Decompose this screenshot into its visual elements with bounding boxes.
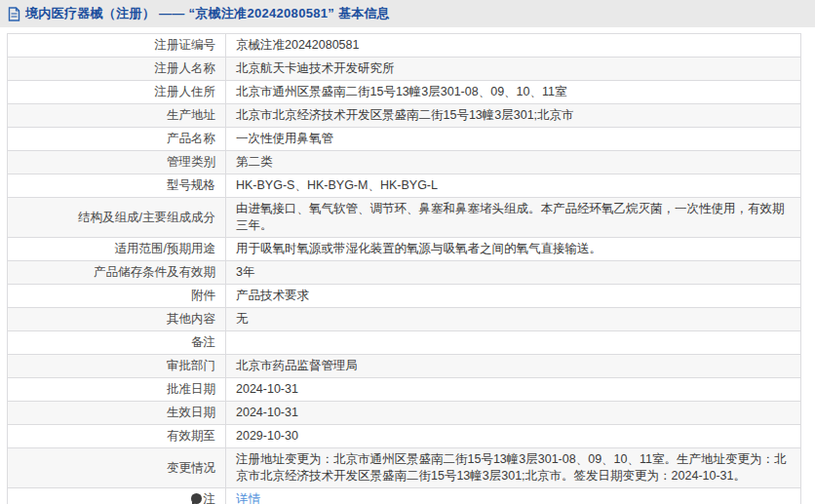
table-row: 型号规格HK-BYG-S、HK-BYG-M、HK-BYG-L	[8, 174, 801, 198]
row-label-text: 产品储存条件及有效期	[94, 265, 215, 279]
row-label: 生产地址	[8, 104, 226, 128]
table-row: 产品名称一次性使用鼻氧管	[8, 128, 801, 151]
table-row: 附件产品技术要求	[8, 285, 801, 308]
table-row: 备注	[8, 331, 801, 355]
table-row: 注册证编号京械注准20242080581	[8, 34, 801, 58]
row-value: 无	[226, 308, 801, 331]
row-label: 附件	[8, 285, 226, 308]
row-value: 第二类	[226, 151, 801, 174]
row-value: 北京市药品监督管理局	[226, 355, 801, 378]
row-label-text: 附件	[191, 289, 215, 302]
row-label: 产品名称	[8, 128, 226, 151]
table-row: 注册人住所北京市通州区景盛南二街15号13幢3层301-08、09、10、11室	[8, 81, 801, 104]
table-row: 产品储存条件及有效期3年	[8, 261, 801, 285]
row-label-text: 备注	[191, 335, 215, 349]
info-table: 注册证编号京械注准20242080581注册人名称北京航天卡迪技术开发研究所注册…	[7, 33, 801, 504]
table-row: 变更情况注册地址变更为：北京市通州区景盛南二街15号13幢3层301-08、09…	[8, 448, 801, 488]
table-row: 生效日期2024-10-31	[8, 402, 801, 425]
row-value	[226, 331, 801, 355]
row-label: 注册证编号	[8, 34, 226, 58]
row-value: 北京市北京经济技术开发区景盛南二街15号13幢3层301;北京市	[226, 104, 801, 128]
row-value: 用于吸氧时氧源或带湿化装置的氧源与吸氧者之间的氧气直接输送。	[226, 238, 801, 261]
row-label-text: 结构及组成/主要组成成分	[78, 211, 215, 224]
table-row: 其他内容无	[8, 308, 801, 331]
row-value: 由进氧接口、氧气软管、调节环、鼻塞和鼻塞堵头组成。本产品经环氧乙烷灭菌，一次性使…	[226, 198, 801, 238]
table-row: 适用范围/预期用途用于吸氧时氧源或带湿化装置的氧源与吸氧者之间的氧气直接输送。	[8, 238, 801, 261]
table-row: 注详情	[8, 488, 801, 504]
info-table-body: 注册证编号京械注准20242080581注册人名称北京航天卡迪技术开发研究所注册…	[8, 34, 801, 504]
row-value: 北京航天卡迪技术开发研究所	[226, 58, 801, 81]
table-row: 有效期至2029-10-30	[8, 425, 801, 448]
row-value: 2024-10-31	[226, 402, 801, 425]
row-label: 结构及组成/主要组成成分	[8, 198, 226, 238]
row-label-text: 适用范围/预期用途	[115, 242, 215, 255]
table-row: 生产地址北京市北京经济技术开发区景盛南二街15号13幢3层301;北京市	[8, 104, 801, 128]
row-label: 适用范围/预期用途	[8, 238, 226, 261]
page-title: 境内医疗器械（注册） —— “京械注准20242080581” 基本信息	[25, 5, 390, 22]
row-value: 一次性使用鼻氧管	[226, 128, 801, 151]
row-label-text: 型号规格	[167, 178, 215, 192]
row-label-text: 生效日期	[167, 406, 215, 419]
row-value: 详情	[226, 488, 801, 504]
row-value: 北京市通州区景盛南二街15号13幢3层301-08、09、10、11室	[226, 81, 801, 104]
table-row: 结构及组成/主要组成成分由进氧接口、氧气软管、调节环、鼻塞和鼻塞堵头组成。本产品…	[8, 198, 801, 238]
row-label-text: 产品名称	[167, 132, 215, 145]
row-label: 审批部门	[8, 355, 226, 378]
row-label: 生效日期	[8, 402, 226, 425]
row-label: 变更情况	[8, 448, 226, 488]
row-label-text: 其他内容	[167, 312, 215, 326]
row-label: 备注	[8, 331, 226, 355]
header-bar: 境内医疗器械（注册） —— “京械注准20242080581” 基本信息	[0, 0, 815, 27]
row-label-text: 审批部门	[167, 359, 215, 372]
row-label: 有效期至	[8, 425, 226, 448]
row-label: 注册人住所	[8, 81, 226, 104]
row-value: 2024-10-31	[226, 378, 801, 402]
bubble-icon	[191, 493, 202, 504]
row-label-text: 生产地址	[167, 108, 215, 122]
row-value: 产品技术要求	[226, 285, 801, 308]
table-row: 注册人名称北京航天卡迪技术开发研究所	[8, 58, 801, 81]
row-value: 3年	[226, 261, 801, 285]
row-label-text: 注册人名称	[155, 61, 216, 75]
document-icon	[8, 7, 20, 21]
table-row: 管理类别第二类	[8, 151, 801, 174]
row-label-text: 有效期至	[167, 429, 215, 443]
row-label-text: 管理类别	[167, 155, 215, 169]
row-value: HK-BYG-S、HK-BYG-M、HK-BYG-L	[226, 174, 801, 198]
table-row: 批准日期2024-10-31	[8, 378, 801, 402]
row-value: 2029-10-30	[226, 425, 801, 448]
row-label-text: 注册人住所	[155, 85, 216, 98]
row-label: 批准日期	[8, 378, 226, 402]
row-label: 注册人名称	[8, 58, 226, 81]
row-label: 注	[8, 488, 226, 504]
row-label: 管理类别	[8, 151, 226, 174]
row-label: 型号规格	[8, 174, 226, 198]
row-label-text: 变更情况	[167, 461, 215, 475]
row-label: 其他内容	[8, 308, 226, 331]
table-row: 审批部门北京市药品监督管理局	[8, 355, 801, 378]
row-label: 产品储存条件及有效期	[8, 261, 226, 285]
row-label-text: 注	[204, 492, 216, 504]
detail-link[interactable]: 详情	[236, 492, 260, 504]
row-label-text: 批准日期	[167, 382, 215, 396]
row-value: 京械注准20242080581	[226, 34, 801, 58]
row-label-text: 注册证编号	[155, 38, 216, 52]
row-value: 注册地址变更为：北京市通州区景盛南二街15号13幢3层301-08、09、10、…	[226, 448, 801, 488]
